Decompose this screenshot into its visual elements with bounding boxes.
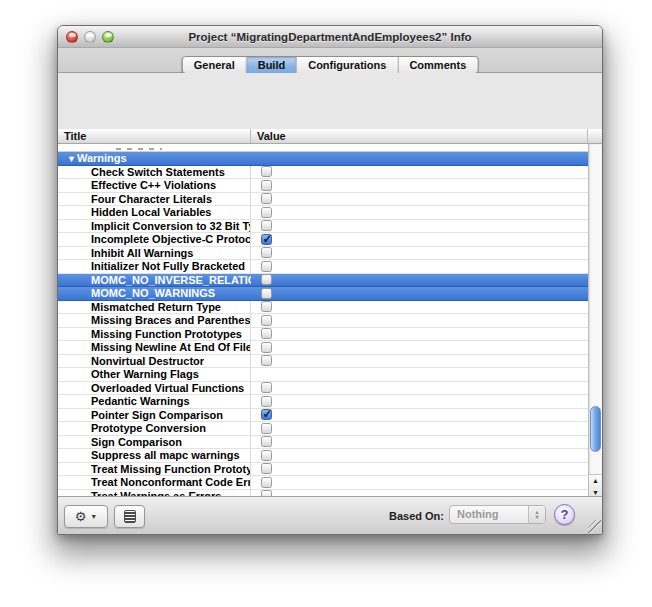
resize-grip[interactable] (588, 520, 601, 533)
setting-row[interactable]: Mismatched Return Type (58, 301, 602, 315)
column-header-title[interactable]: Title (58, 129, 251, 143)
setting-title: Treat Missing Function Prototypes … (91, 463, 251, 475)
setting-checkbox[interactable] (261, 220, 272, 231)
vertical-scrollbar[interactable]: ▲ ▼ (588, 144, 602, 498)
setting-title: Sign Comparison (91, 436, 182, 448)
setting-checkbox[interactable] (261, 274, 272, 285)
based-on-popup-value: Nothing (457, 508, 499, 520)
setting-row[interactable]: Missing Newline At End Of File (58, 341, 602, 355)
setting-title: Missing Function Prototypes (91, 328, 242, 340)
setting-checkbox[interactable] (261, 166, 272, 177)
setting-row[interactable]: Other Warning Flags (58, 368, 602, 382)
column-header-value[interactable]: Value (251, 129, 588, 143)
edit-settings-button[interactable] (114, 505, 145, 528)
setting-checkbox[interactable] (261, 315, 272, 326)
zoom-button[interactable] (102, 31, 114, 43)
setting-row[interactable]: Overloaded Virtual Functions (58, 382, 602, 396)
footer-bar: ⚙ ▼ Based On: Nothing ▲▼ ? (58, 496, 602, 534)
setting-title: Warnings (77, 152, 127, 164)
setting-row[interactable]: Initializer Not Fully Bracketed (58, 260, 602, 274)
tab-bar: General Build Configurations Comments (182, 56, 479, 74)
tab-general[interactable]: General (183, 57, 247, 73)
setting-title: Nonvirtual Destructor (91, 355, 204, 367)
tab-comments[interactable]: Comments (398, 57, 477, 73)
setting-row[interactable]: Check Switch Statements (58, 166, 602, 180)
settings-list-icon (124, 510, 136, 523)
setting-checkbox[interactable] (261, 423, 272, 434)
close-button[interactable] (66, 31, 78, 43)
setting-title: Prototype Conversion (91, 422, 206, 434)
disclosure-triangle-icon[interactable]: ▼ (67, 154, 76, 164)
setting-title: Hidden Local Variables (91, 206, 211, 218)
setting-checkbox[interactable] (261, 328, 272, 339)
minimize-button[interactable] (84, 31, 96, 43)
setting-row[interactable]: Effective C++ Violations (58, 179, 602, 193)
setting-checkbox[interactable] (261, 207, 272, 218)
help-button[interactable]: ? (554, 504, 575, 525)
setting-row[interactable]: Sign Comparison (58, 436, 602, 450)
setting-row[interactable]: Pointer Sign Comparison (58, 409, 602, 423)
table-header: Title Value (58, 129, 602, 144)
setting-title: Suppress all mapc warnings (91, 449, 240, 461)
setting-checkbox[interactable] (261, 477, 272, 488)
setting-row[interactable]: Prototype Conversion (58, 422, 602, 436)
setting-row[interactable]: MOMC_NO_WARNINGS (58, 287, 602, 301)
setting-checkbox[interactable] (261, 382, 272, 393)
setting-checkbox[interactable] (261, 247, 272, 258)
setting-row[interactable]: Treat Missing Function Prototypes … (58, 463, 602, 477)
clipped-row-text (116, 148, 162, 150)
setting-title: Missing Newline At End Of File (91, 341, 251, 353)
setting-checkbox[interactable] (261, 180, 272, 191)
setting-title: Pointer Sign Comparison (91, 409, 223, 421)
tab-configurations[interactable]: Configurations (297, 57, 398, 73)
setting-title: Check Switch Statements (91, 166, 225, 178)
setting-checkbox[interactable] (261, 193, 272, 204)
chevron-down-icon: ▼ (90, 513, 97, 520)
setting-checkbox[interactable] (261, 396, 272, 407)
column-header-corner (588, 129, 602, 143)
scroll-up-arrow[interactable]: ▲ (589, 475, 602, 487)
setting-row[interactable]: Four Character Literals (58, 193, 602, 207)
setting-title: Effective C++ Violations (91, 179, 216, 191)
setting-row[interactable]: Implicit Conversion to 32 Bit Type (58, 220, 602, 234)
setting-checkbox[interactable] (261, 234, 272, 245)
window-title: Project “MigratingDepartmentAndEmployees… (118, 26, 542, 48)
setting-title: Mismatched Return Type (91, 301, 221, 313)
group-row-warnings[interactable]: ▼Warnings (58, 152, 602, 166)
setting-title: Other Warning Flags (91, 368, 199, 380)
setting-title: Treat Nonconformant Code Errors … (91, 476, 251, 488)
based-on-label: Based On: (389, 510, 444, 522)
based-on-popup: Nothing ▲▼ (449, 505, 546, 524)
setting-row[interactable]: MOMC_NO_INVERSE_RELATIONSHIP… (58, 274, 602, 288)
setting-row[interactable]: Inhibit All Warnings (58, 247, 602, 261)
tab-build[interactable]: Build (247, 57, 298, 73)
setting-checkbox[interactable] (261, 301, 272, 312)
setting-row[interactable]: Incomplete Objective-C Protocols (58, 233, 602, 247)
gear-icon: ⚙ (75, 510, 87, 523)
project-info-window: Project “MigratingDepartmentAndEmployees… (57, 25, 603, 535)
setting-checkbox[interactable] (261, 409, 272, 420)
window-titlebar[interactable]: Project “MigratingDepartmentAndEmployees… (58, 26, 602, 48)
setting-row[interactable]: Pedantic Warnings (58, 395, 602, 409)
setting-row[interactable]: Nonvirtual Destructor (58, 355, 602, 369)
build-settings-table: Title Value ▼Warnings Check Switch State… (58, 129, 602, 498)
tab-strip: General Build Configurations Comments (58, 48, 602, 73)
setting-checkbox[interactable] (261, 355, 272, 366)
setting-checkbox[interactable] (261, 288, 272, 299)
setting-row[interactable]: Missing Function Prototypes (58, 328, 602, 342)
action-gear-button[interactable]: ⚙ ▼ (64, 505, 108, 528)
setting-checkbox[interactable] (261, 261, 272, 272)
setting-title: Implicit Conversion to 32 Bit Type (91, 220, 251, 232)
setting-row[interactable]: Treat Nonconformant Code Errors … (58, 476, 602, 490)
setting-row[interactable]: Suppress all mapc warnings (58, 449, 602, 463)
scrollbar-thumb[interactable] (590, 406, 601, 452)
setting-title: MOMC_NO_WARNINGS (91, 287, 215, 299)
setting-checkbox[interactable] (261, 463, 272, 474)
setting-checkbox[interactable] (261, 436, 272, 447)
setting-checkbox[interactable] (261, 342, 272, 353)
setting-row[interactable]: Missing Braces and Parentheses (58, 314, 602, 328)
setting-row[interactable]: Hidden Local Variables (58, 206, 602, 220)
setting-title: Inhibit All Warnings (91, 247, 193, 259)
setting-checkbox[interactable] (261, 450, 272, 461)
setting-title: Pedantic Warnings (91, 395, 190, 407)
